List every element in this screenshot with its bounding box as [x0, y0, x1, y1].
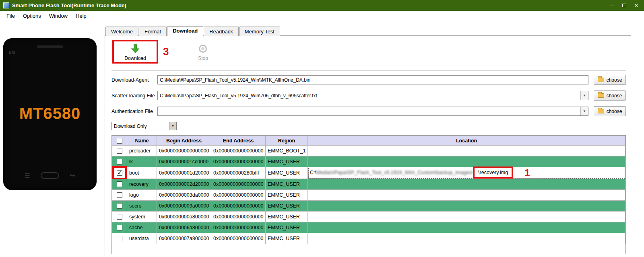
- minimize-button[interactable]: –: [606, 1, 618, 10]
- menubar: File Options Window Help: [0, 11, 644, 21]
- tab-welcome[interactable]: Welcome: [105, 27, 138, 36]
- auth-file-label: Authentication File: [111, 109, 157, 114]
- scatter-file-choose-button[interactable]: choose: [594, 90, 626, 101]
- chevron-down-icon[interactable]: ▼: [580, 107, 588, 115]
- row-checkbox-cell: [112, 156, 127, 167]
- cell-location[interactable]: [308, 222, 625, 233]
- row-checkbox[interactable]: [117, 181, 122, 187]
- cell-begin: 0x0000000001d20000: [157, 167, 211, 179]
- download-tab-content: Download 3 Stop Download-Agent choose: [105, 35, 631, 257]
- close-button[interactable]: ✕: [630, 1, 642, 10]
- phone-image: BM MT6580 ☰ ↩: [3, 38, 97, 190]
- cell-location[interactable]: C:\Media\#Papa\SP_Flash_Tool_v5.1924_Win…: [308, 167, 625, 179]
- tab-format[interactable]: Format: [139, 27, 167, 36]
- stop-button[interactable]: Stop: [187, 43, 219, 61]
- select-all-checkbox[interactable]: [117, 138, 122, 144]
- row-checkbox-cell: [112, 222, 127, 233]
- phone-back-icon: ↩: [70, 171, 75, 180]
- table-row[interactable]: secro0x0000000009a000000x000000000000000…: [112, 201, 625, 212]
- table-row[interactable]: cache0x000000006a8000000x000000000000000…: [112, 222, 625, 233]
- table-row[interactable]: ✓2boot0x0000000001d200000x000000000280bf…: [112, 167, 625, 179]
- cell-location[interactable]: [308, 156, 625, 167]
- select-all-cell: [112, 136, 127, 146]
- table-row[interactable]: system0x000000000a8000000x00000000000000…: [112, 212, 625, 222]
- cell-location[interactable]: [308, 146, 625, 156]
- annotation-step-1: 1: [524, 167, 530, 178]
- cell-name: userdata: [127, 233, 157, 244]
- cell-begin: 0x0000000003da0000: [157, 190, 211, 201]
- cell-end: 0x000000000280bfff: [211, 167, 266, 179]
- auth-file-field: ▼: [157, 107, 588, 116]
- table-row[interactable]: preloader0x00000000000000000x00000000000…: [112, 146, 625, 156]
- row-checkbox[interactable]: [117, 214, 122, 220]
- menu-window[interactable]: Window: [45, 11, 72, 21]
- download-button[interactable]: Download: [120, 43, 151, 61]
- cell-region: EMMC_USER: [266, 222, 308, 233]
- cell-begin: 0x000000006a800000: [157, 222, 211, 233]
- toolbar-separator: [111, 70, 626, 71]
- menu-help[interactable]: Help: [72, 11, 91, 21]
- cell-region: EMMC_USER: [266, 156, 308, 167]
- table-row[interactable]: logo0x0000000003da00000x0000000000000000…: [112, 190, 625, 201]
- chevron-down-icon: ▼: [169, 122, 176, 130]
- tab-download[interactable]: Download: [167, 26, 203, 36]
- cell-begin: 0x0000000002d20000: [157, 179, 211, 190]
- cell-location[interactable]: [308, 233, 625, 244]
- row-checkbox[interactable]: ✓: [117, 170, 122, 176]
- tab-memory-test[interactable]: Memory Test: [239, 27, 280, 36]
- download-agent-field: [157, 75, 588, 84]
- tab-strip: Welcome Format Download Readback Memory …: [105, 27, 631, 36]
- cell-location[interactable]: [308, 179, 625, 190]
- row-checkbox[interactable]: [117, 236, 122, 241]
- table-row[interactable]: recovery0x0000000002d200000x000000000000…: [112, 179, 625, 190]
- tab-readback[interactable]: Readback: [204, 27, 239, 36]
- maximize-button[interactable]: [618, 1, 630, 10]
- row-checkbox-cell: [112, 212, 127, 222]
- cell-end: 0x0000000000000000: [211, 179, 266, 190]
- choose-button-label: choose: [607, 93, 622, 99]
- row-checkbox[interactable]: [117, 159, 122, 164]
- folder-icon: [598, 93, 604, 98]
- annotation-box-1: \recovery.img: [473, 167, 513, 179]
- cell-begin: 0x0000000009a00000: [157, 201, 211, 212]
- phone-speaker: [37, 45, 63, 48]
- auth-file-choose-button[interactable]: choose: [594, 106, 626, 116]
- row-checkbox-cell: [112, 201, 127, 212]
- row-checkbox-cell: [112, 146, 127, 156]
- table-row[interactable]: userdata0x000000007a8000000x000000000000…: [112, 233, 625, 244]
- header-location: Location: [308, 136, 625, 146]
- cell-end: 0x0000000000000000: [211, 146, 266, 156]
- row-checkbox[interactable]: [117, 225, 122, 230]
- cell-location[interactable]: [308, 212, 625, 222]
- chevron-down-icon[interactable]: ▼: [580, 91, 588, 100]
- flash-mode-dropdown[interactable]: Download Only ▼: [111, 122, 177, 130]
- cell-location[interactable]: [308, 190, 625, 201]
- header-begin-address: Begin Address: [157, 136, 211, 146]
- scatter-file-label: Scatter-loading File: [111, 93, 157, 99]
- row-checkbox[interactable]: [117, 203, 122, 209]
- auth-file-input[interactable]: [158, 107, 580, 115]
- scatter-file-field: ▼: [157, 91, 588, 100]
- cell-name: preloader: [127, 146, 157, 156]
- download-agent-input[interactable]: [158, 76, 588, 84]
- menu-options[interactable]: Options: [19, 11, 45, 21]
- flash-mode-value: Download Only: [112, 123, 169, 129]
- row-checkbox[interactable]: [117, 148, 122, 154]
- partition-table: Name Begin Address End Address Region Lo…: [111, 135, 626, 254]
- table-row[interactable]: lk0x0000000001cc00000x0000000000000000EM…: [112, 156, 625, 167]
- row-checkbox[interactable]: [117, 192, 122, 198]
- cell-end: 0x0000000000000000: [211, 190, 266, 201]
- annotation-box-3: Download: [112, 40, 158, 64]
- phone-model-label: MT6580: [3, 105, 97, 123]
- scatter-file-input[interactable]: [158, 91, 580, 100]
- cell-region: EMMC_USER: [266, 167, 308, 179]
- app-icon: [3, 2, 9, 8]
- cell-region: EMMC_USER: [266, 201, 308, 212]
- cell-name: logo: [127, 190, 157, 201]
- menu-file[interactable]: File: [2, 11, 19, 21]
- row-checkbox-cell: [112, 179, 127, 190]
- download-agent-choose-button[interactable]: choose: [594, 75, 626, 85]
- choose-button-label: choose: [607, 109, 622, 114]
- cell-begin: 0x000000000a800000: [157, 212, 211, 222]
- cell-location[interactable]: [308, 201, 625, 212]
